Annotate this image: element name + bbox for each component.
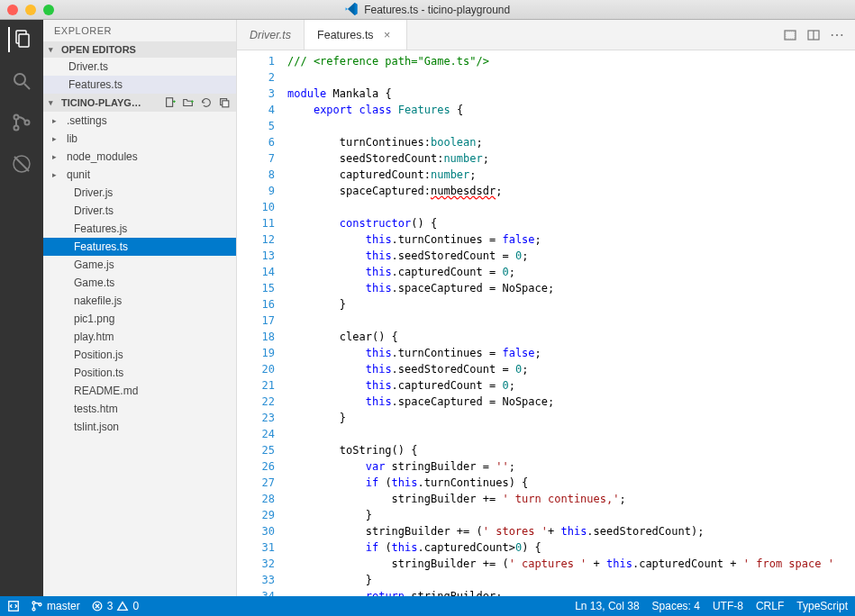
error-icon <box>91 600 104 612</box>
refresh-icon[interactable] <box>200 96 213 109</box>
git-activity-icon[interactable] <box>9 110 34 135</box>
close-window-button[interactable] <box>7 5 18 15</box>
language-status[interactable]: TypeScript <box>796 600 848 612</box>
search-activity-icon[interactable] <box>9 68 34 94</box>
project-header[interactable]: ▾ TICINO-PLAYG… <box>43 94 236 112</box>
folder-item[interactable]: .settings <box>43 112 236 130</box>
maximize-window-button[interactable] <box>43 5 54 15</box>
editor-layout-icon[interactable] <box>806 28 821 42</box>
svg-rect-8 <box>167 98 173 107</box>
folder-item[interactable]: lib <box>43 130 236 148</box>
warning-icon <box>116 600 129 612</box>
file-item[interactable]: nakefile.js <box>43 292 236 310</box>
close-tab-icon[interactable]: × <box>381 29 394 41</box>
titlebar: Features.ts - ticino-playground <box>0 0 855 20</box>
line-gutter: 1234567891011121314151617181920212223242… <box>237 50 287 596</box>
file-item[interactable]: README.md <box>43 382 236 400</box>
svg-point-2 <box>14 74 25 85</box>
debug-activity-icon[interactable] <box>9 151 34 177</box>
svg-point-17 <box>32 608 35 611</box>
folder-item[interactable]: node_modules <box>43 148 236 166</box>
branch-icon <box>31 600 43 612</box>
sidebar-title: EXPLORER <box>43 20 236 41</box>
file-item[interactable]: Features.js <box>43 220 236 238</box>
svg-point-5 <box>14 126 19 131</box>
more-actions-icon[interactable]: ⋯ <box>830 26 846 43</box>
file-item[interactable]: Game.js <box>43 256 236 274</box>
folder-item[interactable]: qunit <box>43 166 236 184</box>
remote-indicator[interactable] <box>7 600 20 612</box>
cursor-position-status[interactable]: Ln 13, Col 38 <box>575 600 639 612</box>
svg-point-16 <box>32 602 35 604</box>
file-item[interactable]: tslint.json <box>43 418 236 436</box>
svg-point-4 <box>14 115 19 120</box>
file-item[interactable]: Game.ts <box>43 274 236 292</box>
svg-rect-1 <box>19 34 29 47</box>
file-item[interactable]: Position.js <box>43 346 236 364</box>
problems-status[interactable]: 3 0 <box>91 600 139 612</box>
encoding-status[interactable]: UTF-8 <box>713 600 743 612</box>
activity-bar <box>0 20 43 596</box>
code-editor[interactable]: 1234567891011121314151617181920212223242… <box>237 50 855 596</box>
svg-rect-12 <box>786 32 795 39</box>
file-item[interactable]: Position.ts <box>43 364 236 382</box>
code-content[interactable]: /// <reference path="Game.ts"/> module M… <box>287 50 855 596</box>
tab-features[interactable]: Features.ts× <box>305 20 407 50</box>
file-item[interactable]: Features.ts <box>43 238 236 256</box>
explorer-activity-icon[interactable] <box>8 27 33 52</box>
new-folder-icon[interactable] <box>182 96 195 109</box>
file-item[interactable]: Driver.js <box>43 184 236 202</box>
vscode-icon <box>345 3 358 15</box>
eol-status[interactable]: CRLF <box>756 600 784 612</box>
new-file-icon[interactable] <box>164 96 177 109</box>
file-item[interactable]: pic1.png <box>43 310 236 328</box>
minimize-window-button[interactable] <box>25 5 36 15</box>
collapse-all-icon[interactable] <box>218 96 231 109</box>
editor-area: Driver.ts Features.ts× ⋯ 123456789101112… <box>237 20 855 596</box>
svg-rect-10 <box>223 101 229 107</box>
file-item[interactable]: tests.htm <box>43 400 236 418</box>
open-editors-list: Driver.tsFeatures.ts <box>43 58 236 94</box>
open-editor-item[interactable]: Driver.ts <box>43 58 236 76</box>
indent-status[interactable]: Spaces: 4 <box>652 600 700 612</box>
window-title: Features.ts - ticino-playground <box>0 3 855 16</box>
file-item[interactable]: Driver.ts <box>43 202 236 220</box>
open-editor-item[interactable]: Features.ts <box>43 76 236 94</box>
project-tree: .settingslibnode_modulesqunitDriver.jsDr… <box>43 112 236 436</box>
tab-bar: Driver.ts Features.ts× ⋯ <box>237 20 855 50</box>
window-controls <box>0 5 54 15</box>
tab-driver[interactable]: Driver.ts <box>237 20 305 50</box>
status-bar: master 3 0 Ln 13, Col 38 Spaces: 4 UTF-8… <box>0 596 855 616</box>
split-editor-icon[interactable] <box>783 28 797 42</box>
open-editors-header[interactable]: ▾ OPEN EDITORS <box>43 41 236 58</box>
file-item[interactable]: play.htm <box>43 328 236 346</box>
explorer-sidebar: EXPLORER ▾ OPEN EDITORS Driver.tsFeature… <box>43 20 237 596</box>
git-branch-status[interactable]: master <box>31 600 80 612</box>
svg-line-3 <box>24 84 30 89</box>
